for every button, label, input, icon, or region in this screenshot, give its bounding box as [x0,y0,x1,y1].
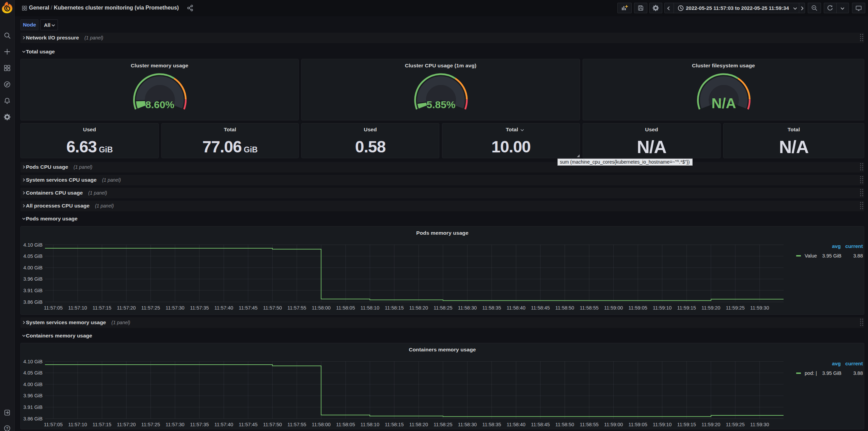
svg-text:11:58:55: 11:58:55 [580,305,598,311]
svg-text:11:58:15: 11:58:15 [385,305,404,311]
svg-text:11:57:50: 11:57:50 [263,422,282,427]
svg-text:11:57:30: 11:57:30 [165,422,184,427]
svg-text:3.86 GiB: 3.86 GiB [23,416,43,421]
svg-text:3.96 GiB: 3.96 GiB [23,276,43,282]
svg-text:11:57:25: 11:57:25 [141,305,160,311]
svg-text:4.00 GiB: 4.00 GiB [23,382,43,387]
svg-text:11:59:20: 11:59:20 [701,422,720,427]
svg-text:11:58:45: 11:58:45 [531,305,550,311]
svg-text:N/A: N/A [711,95,736,111]
svg-text:11:57:10: 11:57:10 [68,305,87,311]
svg-text:11:58:25: 11:58:25 [433,305,452,311]
svg-text:11:59:05: 11:59:05 [628,305,647,311]
svg-text:11:57:35: 11:57:35 [190,305,209,311]
svg-text:11:57:30: 11:57:30 [165,305,184,311]
svg-text:3.86 GiB: 3.86 GiB [23,299,43,305]
svg-text:11:58:00: 11:58:00 [312,422,331,427]
svg-text:11:59:10: 11:59:10 [653,305,672,311]
svg-text:11:59:20: 11:59:20 [701,305,720,311]
svg-text:11:58:40: 11:58:40 [507,305,525,311]
svg-text:11:59:15: 11:59:15 [677,422,696,427]
svg-text:11:58:40: 11:58:40 [507,422,525,427]
svg-text:11:59:05: 11:59:05 [628,422,647,427]
svg-text:11:57:15: 11:57:15 [93,422,111,427]
svg-text:11:58:50: 11:58:50 [555,422,574,427]
svg-text:11:57:50: 11:57:50 [263,305,282,311]
svg-text:11:58:55: 11:58:55 [580,422,598,427]
svg-text:11:58:10: 11:58:10 [361,422,379,427]
svg-text:4.10 GiB: 4.10 GiB [23,359,43,364]
svg-text:?: ? [6,426,9,430]
svg-text:11:58:00: 11:58:00 [312,305,331,311]
svg-text:11:57:15: 11:57:15 [93,305,111,311]
svg-text:11:58:35: 11:58:35 [482,422,501,427]
svg-text:11:58:05: 11:58:05 [336,305,355,311]
svg-text:11:58:30: 11:58:30 [458,305,477,311]
svg-text:11:59:00: 11:59:00 [604,422,623,427]
svg-text:11:59:30: 11:59:30 [750,422,769,427]
svg-text:3.91 GiB: 3.91 GiB [23,404,43,410]
svg-text:11:57:55: 11:57:55 [287,422,306,427]
svg-text:11:57:40: 11:57:40 [214,305,233,311]
svg-text:11:58:10: 11:58:10 [361,305,379,311]
svg-text:11:58:05: 11:58:05 [336,422,355,427]
svg-text:11:58:45: 11:58:45 [531,422,550,427]
svg-text:11:59:25: 11:59:25 [726,422,745,427]
svg-text:11:58:20: 11:58:20 [409,305,428,311]
svg-text:11:57:20: 11:57:20 [117,305,136,311]
svg-text:4.05 GiB: 4.05 GiB [23,370,43,376]
svg-text:11:59:30: 11:59:30 [750,305,769,311]
svg-text:3.91 GiB: 3.91 GiB [23,288,43,293]
svg-text:11:57:35: 11:57:35 [190,422,209,427]
svg-text:11:59:15: 11:59:15 [677,305,696,311]
svg-text:4.10 GiB: 4.10 GiB [23,242,43,248]
svg-text:11:57:55: 11:57:55 [287,305,306,311]
svg-text:11:57:05: 11:57:05 [44,422,63,427]
svg-text:11:57:20: 11:57:20 [117,422,136,427]
svg-text:11:59:00: 11:59:00 [604,305,623,311]
svg-text:11:57:05: 11:57:05 [44,305,63,311]
svg-text:11:58:25: 11:58:25 [433,422,452,427]
svg-text:11:59:25: 11:59:25 [726,305,745,311]
svg-text:11:57:40: 11:57:40 [214,422,233,427]
svg-text:11:58:30: 11:58:30 [458,422,477,427]
svg-text:8.60%: 8.60% [145,99,174,110]
svg-text:5.85%: 5.85% [426,99,455,110]
svg-text:11:58:35: 11:58:35 [482,305,501,311]
svg-text:11:58:50: 11:58:50 [555,305,574,311]
svg-text:11:57:25: 11:57:25 [141,422,160,427]
svg-text:11:57:45: 11:57:45 [239,422,257,427]
svg-text:11:57:10: 11:57:10 [68,422,87,427]
svg-text:3.96 GiB: 3.96 GiB [23,393,43,398]
svg-text:11:58:20: 11:58:20 [409,422,428,427]
svg-text:11:57:45: 11:57:45 [239,305,257,311]
svg-text:11:59:10: 11:59:10 [653,422,672,427]
svg-text:11:58:15: 11:58:15 [385,422,404,427]
svg-text:4.00 GiB: 4.00 GiB [23,265,43,270]
svg-text:4.05 GiB: 4.05 GiB [23,253,43,259]
